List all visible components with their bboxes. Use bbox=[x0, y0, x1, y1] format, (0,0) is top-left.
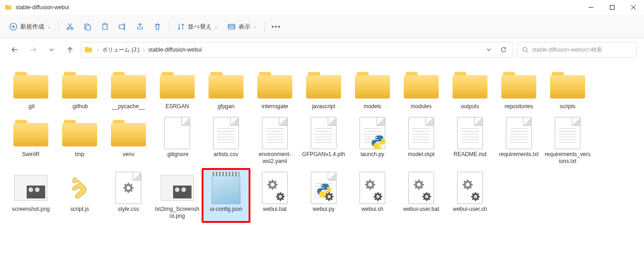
refresh-button[interactable] bbox=[497, 43, 510, 56]
address-dropdown-button[interactable] bbox=[482, 43, 495, 56]
new-button[interactable]: 新規作成 ⌄ bbox=[5, 18, 55, 35]
maximize-button[interactable] bbox=[602, 0, 623, 15]
folder-icon bbox=[13, 120, 48, 146]
file-item[interactable]: artists.csv bbox=[202, 113, 250, 168]
file-name-label: requirements.txt bbox=[499, 151, 539, 158]
batch-file-icon bbox=[262, 172, 288, 204]
file-name-label: tmp bbox=[75, 151, 84, 158]
address-bar[interactable]: › ボリューム (J:) › stable-diffusion-webui bbox=[81, 42, 513, 58]
file-item[interactable]: webui-user.sh bbox=[446, 168, 494, 223]
image-thumbnail-icon bbox=[14, 175, 47, 201]
file-item[interactable]: models bbox=[348, 65, 397, 113]
folder-icon bbox=[111, 120, 146, 146]
folder-icon bbox=[62, 72, 97, 99]
file-name-label: scripts bbox=[560, 103, 576, 111]
file-icon bbox=[408, 117, 434, 149]
folder-icon bbox=[160, 72, 195, 99]
folder-icon bbox=[5, 4, 12, 11]
separator bbox=[264, 21, 265, 32]
forward-button[interactable] bbox=[26, 42, 41, 57]
file-item[interactable]: repositories bbox=[494, 65, 543, 113]
file-item[interactable]: style.css bbox=[104, 168, 153, 223]
file-item[interactable]: GFPGANv1.4.pth bbox=[299, 113, 348, 168]
rename-button[interactable] bbox=[114, 18, 131, 35]
file-name-label: .github bbox=[71, 103, 88, 111]
more-icon: ••• bbox=[272, 23, 280, 31]
file-name-label: repositories bbox=[505, 103, 533, 111]
file-item[interactable]: screenshot.png bbox=[6, 168, 55, 223]
close-button[interactable] bbox=[623, 0, 644, 15]
file-item[interactable]: outputs bbox=[446, 65, 494, 113]
copy-button[interactable] bbox=[79, 18, 96, 35]
svg-rect-14 bbox=[104, 23, 106, 24]
file-item[interactable]: webui-user.bat bbox=[397, 168, 446, 223]
file-item[interactable]: interrogate bbox=[250, 65, 299, 113]
navigation-row: › ボリューム (J:) › stable-diffusion-webui bbox=[0, 39, 644, 61]
search-input[interactable] bbox=[532, 47, 632, 53]
separator bbox=[58, 21, 58, 32]
recent-button[interactable] bbox=[44, 42, 59, 57]
sort-button[interactable]: 並べ替え ⌄ bbox=[172, 18, 223, 35]
file-item[interactable]: javascript bbox=[299, 65, 348, 113]
paste-icon bbox=[101, 23, 109, 31]
file-name-label: modules bbox=[411, 103, 431, 111]
file-item[interactable]: environment-wsl2.yaml bbox=[250, 113, 299, 168]
file-item[interactable]: model.ckpt bbox=[397, 113, 446, 168]
svg-line-10 bbox=[68, 23, 71, 28]
file-name-label: GFPGANv1.4.pth bbox=[302, 151, 345, 158]
svg-point-7 bbox=[67, 27, 69, 29]
more-button[interactable]: ••• bbox=[267, 18, 285, 35]
file-item[interactable]: requirements_versions.txt bbox=[543, 113, 592, 168]
up-button[interactable] bbox=[63, 42, 77, 57]
file-name-label: javascript bbox=[312, 103, 336, 111]
js-file-icon bbox=[70, 176, 89, 199]
file-name-label: ui-config.json bbox=[210, 206, 243, 213]
file-item[interactable]: webui.py bbox=[299, 168, 348, 223]
file-item[interactable]: webui.bat bbox=[250, 168, 299, 223]
file-item[interactable]: venv bbox=[104, 113, 153, 168]
file-icon bbox=[262, 117, 288, 149]
file-name-label: models bbox=[364, 103, 382, 111]
file-item[interactable]: launch.py bbox=[348, 113, 397, 168]
folder-icon bbox=[111, 72, 146, 99]
file-item[interactable]: ESRGAN bbox=[153, 65, 202, 113]
file-item[interactable]: requirements.txt bbox=[494, 113, 543, 168]
back-button[interactable] bbox=[7, 42, 22, 57]
delete-button[interactable] bbox=[149, 18, 166, 35]
svg-rect-12 bbox=[86, 25, 90, 30]
svg-rect-19 bbox=[228, 24, 235, 29]
share-button[interactable] bbox=[131, 18, 149, 35]
minimize-button[interactable] bbox=[580, 0, 602, 15]
search-box[interactable] bbox=[517, 42, 637, 58]
file-item[interactable]: gfpgan bbox=[202, 65, 250, 113]
file-item[interactable]: script.js bbox=[55, 168, 104, 223]
folder-icon bbox=[84, 46, 93, 54]
image-thumbnail-icon bbox=[161, 175, 194, 201]
file-item[interactable]: webui.sh bbox=[348, 168, 397, 223]
file-item[interactable]: scripts bbox=[543, 65, 592, 113]
file-item[interactable]: ui-config.json bbox=[202, 168, 250, 223]
file-item[interactable]: __pycache__ bbox=[104, 65, 153, 113]
breadcrumb-segment[interactable]: stable-diffusion-webui bbox=[146, 47, 203, 53]
cut-button[interactable] bbox=[61, 18, 79, 35]
file-item[interactable]: .gitignore bbox=[153, 113, 202, 168]
file-name-label: webui-user.sh bbox=[453, 206, 487, 213]
file-name-label: style.css bbox=[118, 206, 139, 213]
file-item[interactable]: README.md bbox=[446, 113, 494, 168]
toolbar: 新規作成 ⌄ 並べ替え ⌄ 表示 ⌄ ••• bbox=[0, 15, 644, 39]
file-item[interactable]: txt2img_Screenshot.png bbox=[153, 168, 202, 223]
file-item[interactable]: .git bbox=[6, 65, 55, 113]
svg-line-23 bbox=[527, 51, 528, 53]
file-name-label: model.ckpt bbox=[408, 151, 435, 158]
view-button[interactable]: 表示 ⌄ bbox=[223, 18, 261, 35]
paste-button[interactable] bbox=[96, 18, 114, 35]
file-item[interactable]: .github bbox=[55, 65, 104, 113]
file-item[interactable]: SwinIR bbox=[6, 113, 55, 168]
file-item[interactable]: modules bbox=[397, 65, 446, 113]
breadcrumb-segment[interactable]: ボリューム (J:) bbox=[100, 46, 141, 54]
file-item[interactable]: tmp bbox=[55, 113, 104, 168]
file-name-label: SwinIR bbox=[22, 151, 40, 158]
folder-icon bbox=[209, 72, 244, 99]
file-icon bbox=[457, 117, 483, 149]
config-file-icon bbox=[116, 172, 141, 204]
